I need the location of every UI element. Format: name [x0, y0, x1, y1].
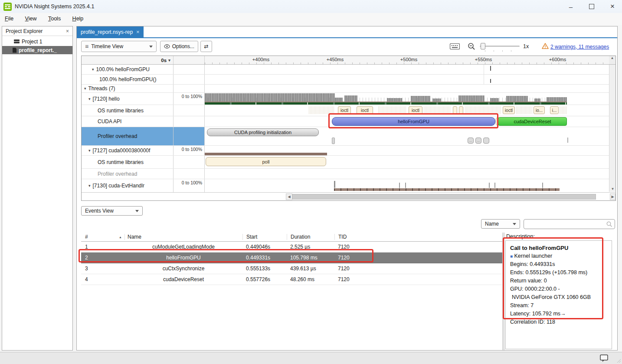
- timeline-row-threads[interactable]: ▾Threads (7): [82, 85, 615, 93]
- view-selector-dropdown[interactable]: ≡ Timeline View: [81, 41, 157, 52]
- scroll-right-button[interactable]: ▶: [610, 193, 615, 200]
- scroll-down-icon: ▼: [611, 187, 615, 191]
- sidebar-item-project[interactable]: Project 1: [2, 37, 72, 46]
- chevron-down-icon: [149, 46, 153, 48]
- options-button[interactable]: Options...: [160, 41, 198, 52]
- swap-button[interactable]: ⇄: [200, 41, 212, 52]
- header-start[interactable]: Start: [242, 234, 287, 240]
- slider-thumb[interactable]: [481, 43, 485, 49]
- tree-open-icon[interactable]: ▾: [88, 97, 91, 101]
- cuda-profiling-init-bar[interactable]: CUDA profiling initialization: [207, 128, 319, 136]
- menu-view[interactable]: View: [20, 13, 42, 24]
- maximize-button[interactable]: [582, 0, 601, 13]
- h-scroll-thumb[interactable]: [292, 194, 596, 200]
- tab-close-icon[interactable]: ×: [136, 29, 140, 35]
- timeline-rows: ▾100.0% helloFromGPU 100.0% helloFromGPU…: [82, 65, 615, 193]
- cudadevicereset-bar[interactable]: cudaDeviceReset: [498, 117, 567, 126]
- minimize-button[interactable]: –: [561, 0, 580, 13]
- row-value: [174, 75, 205, 84]
- minimize-icon: –: [569, 3, 573, 10]
- timeline-v-scrollbar[interactable]: ▼: [609, 65, 615, 192]
- overhead-mini-bar[interactable]: ...: [475, 138, 481, 144]
- chevron-down-icon: [135, 210, 139, 212]
- slider-ticks: [485, 50, 520, 52]
- search-input[interactable]: [526, 220, 604, 228]
- cpu-usage-track[interactable]: [205, 93, 610, 105]
- row-track[interactable]: [205, 75, 610, 84]
- panel-close-icon[interactable]: ×: [66, 28, 69, 34]
- cpu-usage-track-7130[interactable]: [205, 179, 610, 192]
- sort-asc-icon: ▲: [119, 236, 122, 239]
- timeline-row-thread-7120[interactable]: ▾[7120] hello 0 to 100%: [82, 93, 615, 105]
- keyboard-icon[interactable]: [450, 43, 460, 51]
- annotation-box-selected-row: [79, 249, 373, 262]
- scroll-up-button[interactable]: ▲: [609, 56, 615, 64]
- events-view-dropdown[interactable]: Events View: [81, 206, 143, 216]
- overhead-mini-bar[interactable]: [483, 138, 489, 144]
- zoom-slider[interactable]: [480, 43, 520, 50]
- feedback-bubble-icon[interactable]: [600, 354, 609, 364]
- ruler-value-spacer: [174, 56, 205, 64]
- row-value: 0 to 100%: [174, 146, 205, 155]
- ruler-tick-label: +500ms: [400, 57, 417, 62]
- ruler-tick-label: +400ms: [252, 57, 269, 62]
- tree-open-icon[interactable]: ▾: [88, 184, 91, 188]
- overhead-mini-bar[interactable]: ...: [468, 138, 474, 144]
- scroll-down-button[interactable]: ▼: [609, 186, 616, 192]
- cpu-usage-track-7127[interactable]: [205, 146, 610, 155]
- timeline-row-profiler-overhead-7127[interactable]: Profiler overhead: [82, 169, 615, 179]
- table-row[interactable]: 4 cudaDeviceReset 0.557726s 48.260 ms 71…: [81, 274, 502, 285]
- os-runtime-track-7127[interactable]: poll: [205, 156, 610, 168]
- timeline-row-os-runtime-7127[interactable]: OS runtime libraries poll: [82, 156, 615, 169]
- ruler-minor-ticks: [205, 62, 609, 64]
- menu-tools[interactable]: Tools: [43, 13, 65, 24]
- menu-help[interactable]: Help: [68, 13, 88, 24]
- header-name[interactable]: Name: [124, 234, 242, 240]
- poll-bar[interactable]: poll: [206, 157, 326, 166]
- warnings-messages-link[interactable]: 2 warnings, 11 messages: [550, 44, 609, 50]
- slider-track[interactable]: [480, 46, 520, 47]
- swap-icon: ⇄: [204, 43, 208, 49]
- header-num[interactable]: # ▲: [81, 234, 124, 240]
- table-row[interactable]: 3 cuCtxSynchronize 0.555133s 439.613 µs …: [81, 263, 502, 274]
- timeline-h-scrollbar[interactable]: ◀: [286, 193, 610, 200]
- cell-tid: 7120: [334, 266, 502, 272]
- ruler-origin[interactable]: 0s ▾: [82, 56, 174, 64]
- search-box[interactable]: [524, 219, 615, 229]
- nvidia-logo-icon: [3, 3, 12, 13]
- timeline-row-gpu-kernel-fn[interactable]: 100.0% helloFromGPU(): [82, 75, 615, 85]
- events-table-header[interactable]: # ▲ Name Start Duration TID: [81, 233, 502, 242]
- ruler-dropdown-icon: ▾: [168, 58, 170, 62]
- ioctl-bar[interactable]: ioctl: [503, 106, 515, 114]
- scroll-right-icon: ▶: [611, 195, 614, 199]
- row-track[interactable]: [205, 169, 610, 179]
- filter-field-dropdown[interactable]: Name: [481, 219, 520, 229]
- row-track[interactable]: [205, 65, 610, 74]
- sidebar-item-report[interactable]: profile_report._: [2, 46, 72, 54]
- timeline-ruler[interactable]: 0s ▾ +400ms +450ms +500ms +550ms +600ms …: [82, 56, 615, 65]
- tab-profile-report[interactable]: profile_report.nsys-rep ×: [77, 26, 144, 37]
- timeline-h-scroll-right[interactable]: ▶: [610, 193, 615, 200]
- header-tid[interactable]: TID: [334, 234, 502, 240]
- scroll-left-button[interactable]: ◀: [286, 193, 292, 200]
- timeline-row-profiler-overhead-7120[interactable]: Profiler overhead CUDA profiling initial…: [82, 127, 615, 146]
- row-value: [174, 105, 205, 116]
- timeline-row-thread-7130[interactable]: ▾[7130] cuda-EvtHandlr 0 to 100%: [82, 179, 615, 193]
- zoom-out-icon[interactable]: [468, 43, 475, 52]
- tree-open-icon[interactable]: ▾: [84, 86, 86, 91]
- row-track[interactable]: [205, 85, 610, 92]
- timeline-row-thread-7127[interactable]: ▾[7127] cuda0000380000f 0 to 100%: [82, 146, 615, 156]
- close-button[interactable]: ×: [603, 0, 622, 13]
- row-label: 100.0% helloFromGPU(): [99, 76, 156, 82]
- tree-open-icon[interactable]: ▾: [88, 148, 91, 153]
- header-duration[interactable]: Duration: [287, 234, 334, 240]
- menu-file[interactable]: File: [0, 13, 18, 24]
- profiler-overhead-track[interactable]: CUDA profiling initialization ... ...: [205, 127, 610, 145]
- timeline-row-gpu-kernel[interactable]: ▾100.0% helloFromGPU: [82, 65, 615, 75]
- ioctl-bar[interactable]: io...: [534, 106, 545, 114]
- ioctl-bar[interactable]: i...: [550, 106, 559, 114]
- tree-open-icon[interactable]: ▾: [92, 67, 94, 72]
- ruler-scale[interactable]: +400ms +450ms +500ms +550ms +600ms: [205, 56, 609, 64]
- resize-grip[interactable]: [616, 358, 621, 363]
- menu-bar: File View Tools Help: [0, 13, 622, 25]
